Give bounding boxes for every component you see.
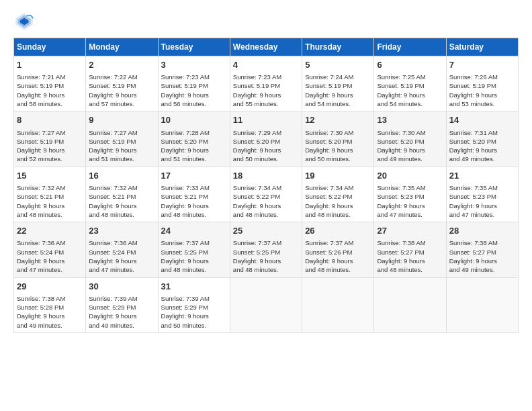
day-number: 16 xyxy=(89,170,154,182)
day-info: Sunrise: 7:25 AM Sunset: 5:19 PM Dayligh… xyxy=(377,73,425,107)
calendar-cell: 10Sunrise: 7:28 AM Sunset: 5:20 PM Dayli… xyxy=(158,111,230,167)
day-number: 26 xyxy=(305,225,371,237)
day-number: 21 xyxy=(449,170,515,182)
day-info: Sunrise: 7:23 AM Sunset: 5:19 PM Dayligh… xyxy=(161,73,210,107)
week-row-1: 1Sunrise: 7:21 AM Sunset: 5:19 PM Daylig… xyxy=(14,56,519,111)
day-info: Sunrise: 7:27 AM Sunset: 5:19 PM Dayligh… xyxy=(17,129,65,163)
calendar-cell: 21Sunrise: 7:35 AM Sunset: 5:23 PM Dayli… xyxy=(446,167,518,222)
day-number: 28 xyxy=(449,225,515,237)
day-number: 2 xyxy=(89,59,154,71)
day-number: 10 xyxy=(161,114,227,126)
day-number: 1 xyxy=(17,59,83,71)
calendar-cell: 15Sunrise: 7:32 AM Sunset: 5:21 PM Dayli… xyxy=(14,167,86,222)
day-number: 22 xyxy=(17,225,83,237)
calendar-cell xyxy=(446,277,518,332)
calendar-cell: 7Sunrise: 7:26 AM Sunset: 5:19 PM Daylig… xyxy=(446,56,518,111)
day-info: Sunrise: 7:30 AM Sunset: 5:20 PM Dayligh… xyxy=(305,129,353,163)
day-info: Sunrise: 7:31 AM Sunset: 5:20 PM Dayligh… xyxy=(449,129,498,163)
calendar-cell: 26Sunrise: 7:37 AM Sunset: 5:26 PM Dayli… xyxy=(302,222,374,277)
day-number: 17 xyxy=(161,170,227,182)
day-info: Sunrise: 7:36 AM Sunset: 5:24 PM Dayligh… xyxy=(89,239,137,273)
day-number: 24 xyxy=(161,225,227,237)
calendar-cell: 14Sunrise: 7:31 AM Sunset: 5:20 PM Dayli… xyxy=(446,111,518,167)
day-info: Sunrise: 7:32 AM Sunset: 5:21 PM Dayligh… xyxy=(17,184,65,218)
day-number: 4 xyxy=(233,59,299,71)
calendar-cell xyxy=(374,277,446,332)
day-number: 9 xyxy=(89,114,154,126)
day-header-friday: Friday xyxy=(374,38,446,56)
calendar-cell xyxy=(302,277,374,332)
day-number: 20 xyxy=(377,170,443,182)
day-info: Sunrise: 7:37 AM Sunset: 5:25 PM Dayligh… xyxy=(161,239,210,273)
day-info: Sunrise: 7:28 AM Sunset: 5:20 PM Dayligh… xyxy=(161,129,210,163)
calendar-cell: 1Sunrise: 7:21 AM Sunset: 5:19 PM Daylig… xyxy=(14,56,86,111)
calendar-cell: 25Sunrise: 7:37 AM Sunset: 5:25 PM Dayli… xyxy=(230,222,302,277)
day-number: 31 xyxy=(161,281,227,293)
calendar-cell: 12Sunrise: 7:30 AM Sunset: 5:20 PM Dayli… xyxy=(302,111,374,167)
day-number: 18 xyxy=(233,170,299,182)
day-info: Sunrise: 7:37 AM Sunset: 5:26 PM Dayligh… xyxy=(305,239,353,273)
calendar-cell: 8Sunrise: 7:27 AM Sunset: 5:19 PM Daylig… xyxy=(14,111,86,167)
day-info: Sunrise: 7:34 AM Sunset: 5:22 PM Dayligh… xyxy=(305,184,353,218)
day-number: 19 xyxy=(305,170,371,182)
day-info: Sunrise: 7:33 AM Sunset: 5:21 PM Dayligh… xyxy=(161,184,210,218)
day-number: 23 xyxy=(89,225,154,237)
day-info: Sunrise: 7:39 AM Sunset: 5:29 PM Dayligh… xyxy=(161,295,210,329)
day-header-thursday: Thursday xyxy=(302,38,374,56)
week-row-4: 22Sunrise: 7:36 AM Sunset: 5:24 PM Dayli… xyxy=(14,222,519,277)
calendar-cell: 5Sunrise: 7:24 AM Sunset: 5:19 PM Daylig… xyxy=(302,56,374,111)
calendar-cell: 24Sunrise: 7:37 AM Sunset: 5:25 PM Dayli… xyxy=(158,222,230,277)
calendar-cell: 27Sunrise: 7:38 AM Sunset: 5:27 PM Dayli… xyxy=(374,222,446,277)
day-info: Sunrise: 7:38 AM Sunset: 5:28 PM Dayligh… xyxy=(17,295,65,329)
day-number: 25 xyxy=(233,225,299,237)
day-info: Sunrise: 7:21 AM Sunset: 5:19 PM Dayligh… xyxy=(17,73,65,107)
week-row-5: 29Sunrise: 7:38 AM Sunset: 5:28 PM Dayli… xyxy=(14,277,519,332)
week-row-3: 15Sunrise: 7:32 AM Sunset: 5:21 PM Dayli… xyxy=(14,167,519,222)
day-info: Sunrise: 7:35 AM Sunset: 5:23 PM Dayligh… xyxy=(449,184,498,218)
calendar-cell: 18Sunrise: 7:34 AM Sunset: 5:22 PM Dayli… xyxy=(230,167,302,222)
day-number: 29 xyxy=(17,281,83,293)
day-info: Sunrise: 7:32 AM Sunset: 5:21 PM Dayligh… xyxy=(89,184,137,218)
calendar-cell: 9Sunrise: 7:27 AM Sunset: 5:19 PM Daylig… xyxy=(86,111,158,167)
day-header-tuesday: Tuesday xyxy=(158,38,230,56)
day-number: 12 xyxy=(305,114,371,126)
calendar-cell: 13Sunrise: 7:30 AM Sunset: 5:20 PM Dayli… xyxy=(374,111,446,167)
calendar-cell: 30Sunrise: 7:39 AM Sunset: 5:29 PM Dayli… xyxy=(86,277,158,332)
calendar-cell: 31Sunrise: 7:39 AM Sunset: 5:29 PM Dayli… xyxy=(158,277,230,332)
day-number: 5 xyxy=(305,59,371,71)
day-info: Sunrise: 7:22 AM Sunset: 5:19 PM Dayligh… xyxy=(89,73,137,107)
day-info: Sunrise: 7:29 AM Sunset: 5:20 PM Dayligh… xyxy=(233,129,281,163)
calendar-cell: 11Sunrise: 7:29 AM Sunset: 5:20 PM Dayli… xyxy=(230,111,302,167)
day-info: Sunrise: 7:38 AM Sunset: 5:27 PM Dayligh… xyxy=(449,239,498,273)
header-row: SundayMondayTuesdayWednesdayThursdayFrid… xyxy=(14,38,519,56)
calendar-cell: 28Sunrise: 7:38 AM Sunset: 5:27 PM Dayli… xyxy=(446,222,518,277)
calendar-cell: 17Sunrise: 7:33 AM Sunset: 5:21 PM Dayli… xyxy=(158,167,230,222)
day-info: Sunrise: 7:37 AM Sunset: 5:25 PM Dayligh… xyxy=(233,239,281,273)
page-container: SundayMondayTuesdayWednesdayThursdayFrid… xyxy=(0,0,532,340)
logo xyxy=(13,11,39,32)
day-number: 7 xyxy=(449,59,515,71)
calendar-cell: 6Sunrise: 7:25 AM Sunset: 5:19 PM Daylig… xyxy=(374,56,446,111)
calendar-cell: 23Sunrise: 7:36 AM Sunset: 5:24 PM Dayli… xyxy=(86,222,158,277)
calendar-cell: 22Sunrise: 7:36 AM Sunset: 5:24 PM Dayli… xyxy=(14,222,86,277)
day-header-sunday: Sunday xyxy=(14,38,86,56)
day-number: 30 xyxy=(89,281,154,293)
calendar-cell: 3Sunrise: 7:23 AM Sunset: 5:19 PM Daylig… xyxy=(158,56,230,111)
day-number: 13 xyxy=(377,114,443,126)
week-row-2: 8Sunrise: 7:27 AM Sunset: 5:19 PM Daylig… xyxy=(14,111,519,167)
day-info: Sunrise: 7:24 AM Sunset: 5:19 PM Dayligh… xyxy=(305,73,353,107)
day-number: 27 xyxy=(377,225,443,237)
day-info: Sunrise: 7:38 AM Sunset: 5:27 PM Dayligh… xyxy=(377,239,425,273)
day-number: 6 xyxy=(377,59,443,71)
calendar-cell: 29Sunrise: 7:38 AM Sunset: 5:28 PM Dayli… xyxy=(14,277,86,332)
calendar-cell: 20Sunrise: 7:35 AM Sunset: 5:23 PM Dayli… xyxy=(374,167,446,222)
day-info: Sunrise: 7:34 AM Sunset: 5:22 PM Dayligh… xyxy=(233,184,281,218)
calendar-cell xyxy=(230,277,302,332)
day-number: 11 xyxy=(233,114,299,126)
calendar-table: SundayMondayTuesdayWednesdayThursdayFrid… xyxy=(13,38,519,333)
day-info: Sunrise: 7:27 AM Sunset: 5:19 PM Dayligh… xyxy=(89,129,137,163)
day-header-wednesday: Wednesday xyxy=(230,38,302,56)
day-number: 15 xyxy=(17,170,83,182)
day-number: 14 xyxy=(449,114,515,126)
day-info: Sunrise: 7:39 AM Sunset: 5:29 PM Dayligh… xyxy=(89,295,137,329)
